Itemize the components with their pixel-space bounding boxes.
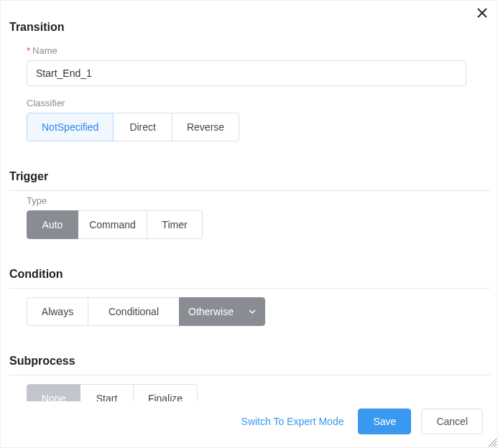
trigger-timer[interactable]: Timer [147,210,203,239]
trigger-section: Type Auto Command Timer [9,191,493,261]
transition-dialog: Transition *Name Classifier NotSpecified… [0,0,498,448]
classifier-notspecified[interactable]: NotSpecified [27,113,114,141]
section-title-trigger: Trigger [9,163,490,191]
subprocess-section: None Start Finalize [9,375,493,401]
trigger-command[interactable]: Command [78,210,147,239]
condition-always[interactable]: Always [27,297,88,326]
classifier-label: Classifier [27,98,493,108]
condition-section: Always Conditional Otherwise [9,289,493,347]
save-button[interactable]: Save [358,409,411,434]
subprocess-group: None Start Finalize [27,384,493,401]
transition-section: *Name Classifier NotSpecified Direct Rev… [9,41,493,163]
switch-expert-link[interactable]: Switch To Expert Mode [241,416,344,427]
svg-line-4 [494,444,497,447]
classifier-reverse[interactable]: Reverse [172,113,239,141]
section-title-subprocess: Subprocess [9,347,490,375]
svg-line-3 [492,442,497,447]
condition-otherwise[interactable]: Otherwise [179,297,265,326]
section-title-transition: Transition [9,14,490,41]
classifier-direct[interactable]: Direct [113,113,172,141]
required-mark: * [27,45,30,56]
subprocess-start[interactable]: Start [80,384,134,401]
dialog-scroll[interactable]: Transition *Name Classifier NotSpecified… [1,1,497,401]
trigger-type-label: Type [27,195,493,206]
name-input[interactable] [27,60,466,86]
resize-handle[interactable] [486,436,497,447]
condition-group: Always Conditional Otherwise [27,297,493,326]
subprocess-finalize[interactable]: Finalize [133,384,198,401]
classifier-group: NotSpecified Direct Reverse [27,113,493,141]
section-title-condition: Condition [9,261,490,289]
trigger-auto[interactable]: Auto [27,210,78,239]
cancel-button[interactable]: Cancel [421,409,483,434]
resize-icon [486,436,497,447]
subprocess-none[interactable]: None [27,384,80,401]
chevron-down-icon [249,308,256,315]
name-label: *Name [27,45,493,56]
dialog-footer: Switch To Expert Mode Save Cancel [1,401,497,447]
condition-conditional[interactable]: Conditional [88,297,180,326]
trigger-type-group: Auto Command Timer [27,210,493,239]
